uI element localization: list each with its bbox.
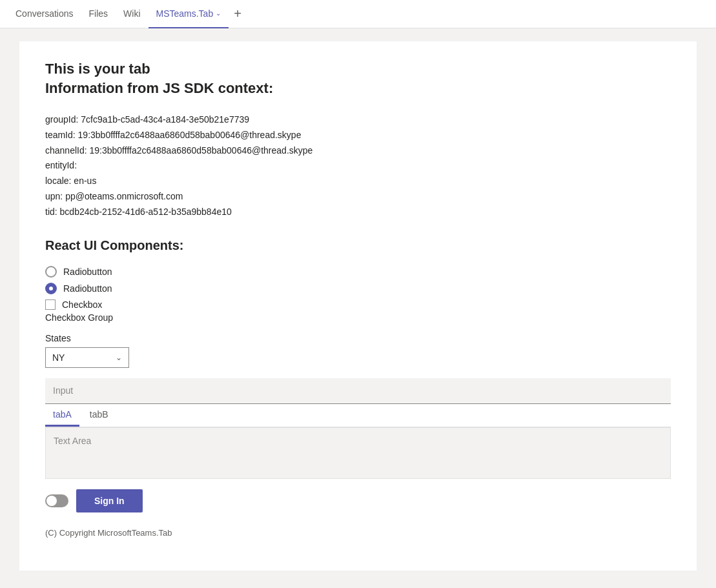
inner-tab-b-label: tabB bbox=[90, 409, 108, 420]
nav-tab-conversations-label: Conversations bbox=[15, 8, 74, 19]
states-label: States bbox=[45, 333, 671, 343]
sdk-team-id: teamId: 19:3bb0ffffa2c6488aa6860d58bab00… bbox=[45, 128, 671, 143]
sdk-entity-id: entityId: bbox=[45, 158, 671, 174]
radio-group: Radiobutton Radiobutton bbox=[45, 266, 671, 294]
dropdown-wrapper: NY ⌄ bbox=[45, 347, 671, 368]
inner-tabs: tabA tabB bbox=[45, 404, 671, 427]
input-wrapper bbox=[45, 378, 671, 404]
page-subtitle: Information from JS SDK context: bbox=[45, 80, 671, 97]
components-heading: React UI Components: bbox=[45, 238, 671, 253]
sdk-upn: upn: pp@oteams.onmicrosoft.com bbox=[45, 189, 671, 205]
toggle-switch[interactable] bbox=[45, 494, 68, 507]
radio-label-1: Radiobutton bbox=[63, 267, 112, 277]
radio-item-1[interactable]: Radiobutton bbox=[45, 266, 671, 278]
nav-tab-msteams-label: MSTeams.Tab bbox=[156, 8, 214, 19]
checkbox-item[interactable]: Checkbox bbox=[45, 299, 671, 310]
nav-tab-msteams[interactable]: MSTeams.Tab ⌄ bbox=[148, 0, 229, 28]
sign-in-label: Sign In bbox=[94, 496, 125, 506]
dropdown-value: NY bbox=[52, 352, 65, 363]
input-field[interactable] bbox=[45, 378, 671, 404]
checkbox-group-label: Checkbox Group bbox=[45, 312, 671, 323]
checkbox-label: Checkbox bbox=[62, 299, 102, 310]
sign-in-button[interactable]: Sign In bbox=[76, 489, 143, 512]
radio-circle-2[interactable] bbox=[45, 283, 57, 294]
sdk-channel-id: channelId: 19:3bb0ffffa2c6488aa6860d58ba… bbox=[45, 143, 671, 159]
textarea-placeholder: Text Area bbox=[54, 436, 91, 446]
copyright-text: (C) Copyright MicrosoftTeams.Tab bbox=[45, 528, 671, 538]
chevron-down-icon: ⌄ bbox=[216, 10, 221, 17]
main-content: This is your tab Information from JS SDK… bbox=[19, 41, 697, 571]
sdk-info-block: groupId: 7cfc9a1b-c5ad-43c4-a184-3e50b21… bbox=[45, 112, 671, 220]
top-nav: Conversations Files Wiki MSTeams.Tab ⌄ + bbox=[0, 0, 716, 28]
nav-tab-conversations[interactable]: Conversations bbox=[8, 0, 81, 28]
page-title: This is your tab bbox=[45, 61, 671, 77]
inner-tab-b[interactable]: tabB bbox=[82, 404, 116, 427]
radio-label-2: Radiobutton bbox=[63, 283, 112, 294]
nav-tab-files-label: Files bbox=[89, 8, 108, 19]
inner-tab-a-label: tabA bbox=[53, 409, 72, 420]
add-icon: + bbox=[234, 6, 241, 21]
sdk-group-id: groupId: 7cfc9a1b-c5ad-43c4-a184-3e50b21… bbox=[45, 112, 671, 128]
textarea-wrapper[interactable]: Text Area bbox=[45, 427, 671, 479]
nav-tab-files[interactable]: Files bbox=[81, 0, 116, 28]
sdk-locale: locale: en-us bbox=[45, 174, 671, 189]
checkbox-box[interactable] bbox=[45, 299, 56, 310]
nav-tab-wiki-label: Wiki bbox=[123, 8, 140, 19]
inner-tab-a[interactable]: tabA bbox=[45, 404, 79, 427]
states-dropdown[interactable]: NY ⌄ bbox=[45, 347, 129, 368]
radio-item-2[interactable]: Radiobutton bbox=[45, 283, 671, 294]
sdk-tid: tid: bcdb24cb-2152-41d6-a512-b35a9bb84e1… bbox=[45, 205, 671, 220]
chevron-down-icon: ⌄ bbox=[116, 353, 122, 362]
add-tab-button[interactable]: + bbox=[229, 0, 247, 28]
bottom-controls: Sign In bbox=[45, 489, 671, 512]
radio-circle-1[interactable] bbox=[45, 266, 57, 278]
nav-tab-wiki[interactable]: Wiki bbox=[116, 0, 148, 28]
